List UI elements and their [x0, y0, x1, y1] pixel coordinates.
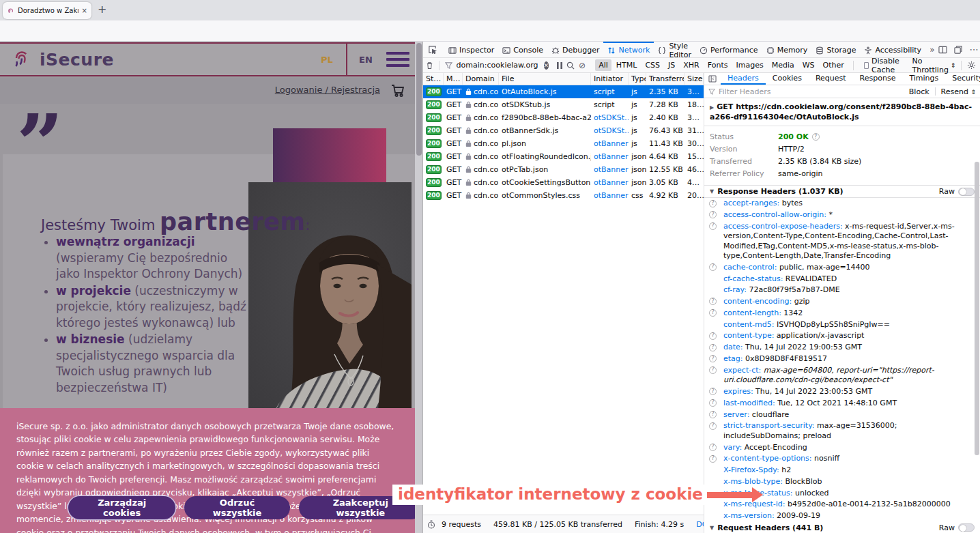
help-icon[interactable]: ?	[812, 133, 820, 141]
column-header[interactable]: Initiator	[591, 73, 629, 85]
more-tabs-icon[interactable]: »	[925, 42, 938, 57]
help-icon[interactable]: ?	[709, 455, 717, 463]
network-settings-gear-icon[interactable]	[967, 61, 976, 70]
disable-cache-toggle[interactable]: Disable Cache	[864, 57, 902, 74]
response-header-row[interactable]: x-ms-version: 2009-09-19	[704, 510, 980, 522]
response-header-row[interactable]: ?date: Thu, 14 Jul 2022 19:00:53 GMT	[704, 342, 980, 354]
resend-button[interactable]: Resend ⇕	[941, 87, 976, 96]
expand-caret-icon[interactable]: ▶	[710, 104, 714, 111]
details-tab-security[interactable]: Security	[945, 73, 980, 85]
response-header-row[interactable]: ?cache-control: public, max-age=14400	[704, 262, 980, 274]
details-tab-cookies[interactable]: Cookies	[766, 73, 809, 85]
filter-chip-all[interactable]: All	[595, 59, 611, 71]
help-icon[interactable]: ?	[709, 355, 717, 362]
response-header-row[interactable]: ?last-modified: Tue, 12 Oct 2021 14:48:1…	[704, 398, 980, 409]
clear-filter-icon[interactable]: ✕	[544, 61, 549, 70]
devtools-tab-inspector[interactable]: Inspector	[444, 42, 498, 57]
initiator-link[interactable]: otBanner…	[594, 152, 629, 161]
filter-chip-html[interactable]: HTML	[613, 59, 641, 71]
help-icon[interactable]: ?	[709, 444, 717, 451]
response-header-row[interactable]: ?content-encoding: gzip	[704, 296, 980, 308]
pause-traffic-icon[interactable]	[557, 62, 562, 69]
raw-toggle[interactable]	[958, 523, 975, 532]
help-icon[interactable]: ?	[709, 344, 717, 351]
lang-switch-en[interactable]: EN	[359, 55, 373, 65]
network-row[interactable]: 200GETcdn.co…f2890bc8-88eb-4bac-a266-df9…	[423, 111, 704, 124]
response-header-row[interactable]: ?vary: Accept-Encoding	[704, 442, 980, 453]
details-tab-response[interactable]: Response	[853, 73, 903, 85]
help-icon[interactable]: ?	[709, 211, 717, 218]
browser-tab[interactable]: Doradztwo w Zakresie Ochrony Dany ×	[3, 2, 91, 19]
filter-chip-xhr[interactable]: XHR	[680, 59, 702, 71]
help-icon[interactable]: ?	[709, 332, 717, 340]
initiator-link[interactable]: otSDKSt…	[594, 113, 629, 122]
separate-window-icon[interactable]	[954, 46, 962, 54]
help-icon[interactable]: ?	[709, 309, 717, 317]
column-header[interactable]: Transferred	[646, 73, 684, 85]
response-header-row[interactable]: content-md5: ISVHQDp8yLpS5h8SniPgIw==	[704, 319, 980, 330]
initiator-link[interactable]: otBanner…	[594, 178, 629, 187]
devtools-tab-style-editor[interactable]: Style Editor	[654, 42, 695, 57]
response-header-row[interactable]: X-Firefox-Spdy: h2	[704, 465, 980, 476]
response-header-row[interactable]: ?access-control-expose-headers: x-ms-req…	[704, 221, 980, 262]
network-row[interactable]: 200GETcdn.co…otCommonStyles.cssotBanner……	[423, 189, 704, 202]
help-icon[interactable]: ?	[709, 422, 717, 430]
filter-url-input[interactable]: domain:cookielaw.org	[457, 61, 538, 70]
filter-chip-fonts[interactable]: Fonts	[704, 59, 732, 71]
help-icon[interactable]: ?	[709, 411, 717, 418]
devtools-tab-memory[interactable]: Memory	[762, 42, 812, 57]
filter-chip-js[interactable]: JS	[665, 59, 678, 71]
network-row[interactable]: 200GETcdn.co…otFloatingRoundedIcon.jsono…	[423, 150, 704, 163]
filter-chip-css[interactable]: CSS	[642, 59, 663, 71]
filter-chip-media[interactable]: Media	[768, 59, 798, 71]
details-tab-timings[interactable]: Timings	[902, 73, 945, 85]
meatball-menu-icon[interactable]: ⋯	[969, 44, 978, 55]
response-header-row[interactable]: ?content-type: application/x-javascript	[704, 330, 980, 342]
network-row[interactable]: 200GETcdn.co…OtAutoBlock.jsscriptjs2.35 …	[423, 85, 704, 98]
split-console-icon[interactable]	[938, 46, 947, 54]
filter-headers-input[interactable]: Filter Headers	[719, 87, 771, 96]
search-icon[interactable]	[566, 61, 575, 70]
network-row[interactable]: 200GETcdn.co…otBannerSdk.jsotSDKSt…js76.…	[423, 124, 704, 137]
response-header-row[interactable]: ?expect-ct: max-age=604800, report-uri="…	[704, 365, 980, 386]
response-header-row[interactable]: ?access-control-allow-origin: *	[704, 210, 980, 221]
response-header-row[interactable]: cf-cache-status: REVALIDATED	[704, 273, 980, 285]
cart-icon[interactable]	[390, 82, 406, 98]
devtools-tab-network[interactable]: Network	[603, 42, 654, 57]
initiator-link[interactable]: otBanner…	[594, 165, 629, 174]
details-scrollbar-thumb[interactable]	[975, 162, 979, 455]
clear-requests-icon[interactable]	[426, 61, 433, 70]
details-tab-headers[interactable]: Headers	[721, 73, 766, 85]
help-icon[interactable]: ?	[709, 263, 717, 271]
login-register-link[interactable]: Logowanie / Rejestracja	[275, 85, 380, 95]
response-header-row[interactable]: ?etag: 0x8D98D8F4F819517	[704, 354, 980, 365]
devtools-tab-console[interactable]: Console	[498, 42, 547, 57]
help-icon[interactable]: ?	[709, 200, 717, 207]
cookie-button-manage[interactable]: Zarządzaj cookies	[68, 496, 175, 519]
block-requests-icon[interactable]: ⊘	[579, 61, 586, 70]
response-header-row[interactable]: cf-ray: 72ac80f79f5a7b87-DME	[704, 285, 980, 296]
column-header[interactable]: St…	[423, 73, 444, 85]
help-icon[interactable]: ?	[709, 298, 717, 305]
request-url-line[interactable]: ▶GEThttps://cdn.cookielaw.org/consent/f2…	[704, 99, 980, 126]
network-table-header[interactable]: St…M…DomainFileInitiatorTypeTransferredS…	[423, 73, 704, 85]
filter-chip-images[interactable]: Images	[732, 59, 766, 71]
page-scrollbar[interactable]	[415, 42, 422, 533]
raw-toggle[interactable]	[958, 188, 975, 196]
devtools-tab-debugger[interactable]: Debugger	[547, 42, 603, 57]
cookie-button-reject[interactable]: Odrzuć wszystkie	[184, 496, 289, 519]
tab-close-icon[interactable]: ×	[82, 7, 87, 14]
details-tab-request[interactable]: Request	[809, 73, 853, 85]
network-row[interactable]: 200GETcdn.co…otSDKStub.jsscriptjs7.28 KB…	[423, 98, 704, 111]
column-header[interactable]: Domain	[463, 73, 499, 85]
help-icon[interactable]: ?	[709, 366, 717, 374]
pick-element-icon[interactable]	[423, 42, 442, 57]
column-header[interactable]: M…	[444, 73, 463, 85]
response-headers-section[interactable]: ▼ Response Headers (1.037 KB) Raw	[704, 186, 980, 198]
response-header-row[interactable]: ?accept-ranges: bytes	[704, 198, 980, 210]
devtools-tab-storage[interactable]: Storage	[811, 42, 860, 57]
column-header[interactable]: Type	[629, 73, 646, 85]
help-icon[interactable]: ?	[709, 388, 717, 395]
response-header-row[interactable]: ?expires: Thu, 14 Jul 2022 23:00:53 GMT	[704, 386, 980, 398]
filter-chip-ws[interactable]: WS	[799, 59, 818, 71]
